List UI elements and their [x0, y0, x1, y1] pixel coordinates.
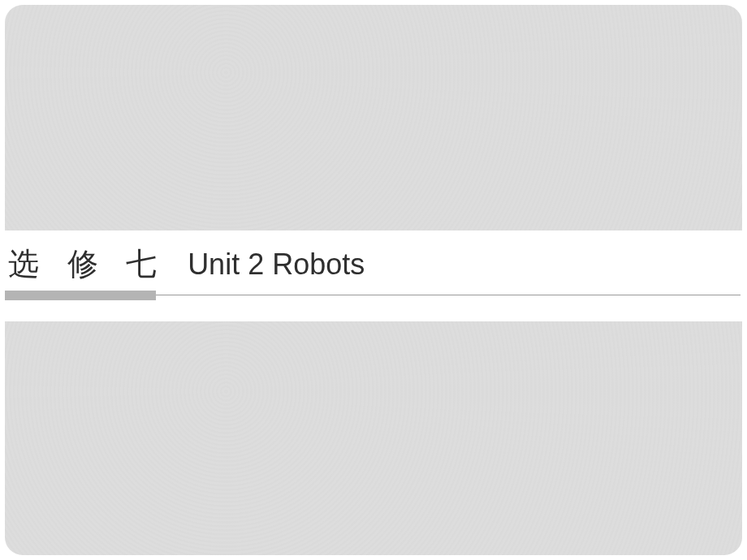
title-row: 选 修 七 Unit 2 Robots: [5, 243, 742, 292]
underline-bold-segment: [5, 291, 156, 300]
bottom-texture-panel: [5, 321, 742, 555]
title-main: Unit 2 Robots: [166, 248, 365, 282]
top-texture-panel: [5, 5, 742, 230]
slide-frame: 选 修 七 Unit 2 Robots: [0, 0, 747, 560]
title-prefix: 选 修 七: [5, 243, 166, 285]
underline-thin-segment: [156, 295, 741, 295]
title-underline: [5, 291, 742, 307]
